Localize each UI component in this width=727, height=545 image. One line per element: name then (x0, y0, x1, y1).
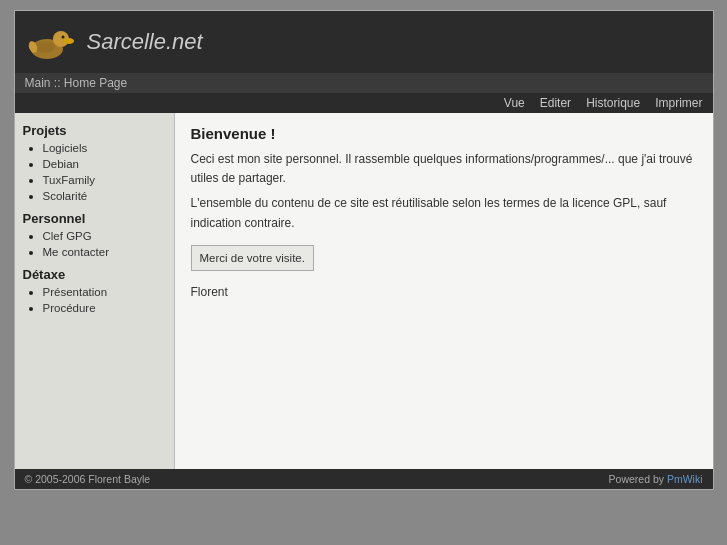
pmwiki-link[interactable]: PmWiki (667, 473, 703, 485)
svg-point-3 (61, 36, 64, 39)
site-title: Sarcelle.net (87, 29, 203, 55)
sidebar-item-scolarite[interactable]: Scolarité (43, 190, 88, 202)
list-item: TuxFamily (43, 173, 166, 187)
sidebar-list-personnel: Clef GPG Me contacter (23, 229, 166, 259)
list-item: Logiciels (43, 141, 166, 155)
content-paragraph-1: Ceci est mon site personnel. Il rassembl… (191, 150, 697, 188)
sidebar-section-projets: Projets (23, 123, 166, 138)
list-item: Scolarité (43, 189, 166, 203)
content-title: Bienvenue ! (191, 125, 697, 142)
signature: Florent (191, 283, 697, 302)
svg-point-2 (64, 38, 74, 44)
powered-by: Powered by PmWiki (609, 473, 703, 485)
list-item: Debian (43, 157, 166, 171)
sidebar-list-projets: Logiciels Debian TuxFamily Scolarité (23, 141, 166, 203)
list-item: Présentation (43, 285, 166, 299)
sidebar: Projets Logiciels Debian TuxFamily Scola… (15, 113, 175, 469)
toolbar-imprimer[interactable]: Imprimer (655, 96, 702, 110)
footer: © 2005-2006 Florent Bayle Powered by PmW… (15, 469, 713, 489)
breadcrumb: Main :: Home Page (15, 73, 713, 93)
content-paragraph-2: L'ensemble du contenu de ce site est réu… (191, 194, 697, 232)
sidebar-list-detaxe: Présentation Procédure (23, 285, 166, 315)
sidebar-item-me-contacter[interactable]: Me contacter (43, 246, 109, 258)
sidebar-item-clef-gpg[interactable]: Clef GPG (43, 230, 92, 242)
copyright-text: © 2005-2006 Florent Bayle (25, 473, 151, 485)
breadcrumb-text: Main :: Home Page (25, 76, 128, 90)
sidebar-item-logiciels[interactable]: Logiciels (43, 142, 88, 154)
powered-by-label: Powered by (609, 473, 664, 485)
toolbar: Vue Editer Historique Imprimer (15, 93, 713, 113)
duck-icon (25, 17, 75, 67)
sidebar-section-personnel: Personnel (23, 211, 166, 226)
sidebar-item-procedure[interactable]: Procédure (43, 302, 96, 314)
sidebar-item-tuxfamily[interactable]: TuxFamily (43, 174, 96, 186)
sidebar-section-detaxe: Détaxe (23, 267, 166, 282)
header: Sarcelle.net (15, 11, 713, 73)
sidebar-item-presentation[interactable]: Présentation (43, 286, 108, 298)
list-item: Procédure (43, 301, 166, 315)
list-item: Me contacter (43, 245, 166, 259)
logo-duck (25, 17, 75, 67)
merci-box: Merci de votre visite. (191, 245, 314, 271)
toolbar-editer[interactable]: Editer (540, 96, 571, 110)
body-area: Projets Logiciels Debian TuxFamily Scola… (15, 113, 713, 469)
main-content: Bienvenue ! Ceci est mon site personnel.… (175, 113, 713, 469)
sidebar-item-debian[interactable]: Debian (43, 158, 79, 170)
content-body: Ceci est mon site personnel. Il rassembl… (191, 150, 697, 302)
toolbar-vue[interactable]: Vue (504, 96, 525, 110)
list-item: Clef GPG (43, 229, 166, 243)
svg-point-4 (35, 41, 55, 53)
toolbar-historique[interactable]: Historique (586, 96, 640, 110)
